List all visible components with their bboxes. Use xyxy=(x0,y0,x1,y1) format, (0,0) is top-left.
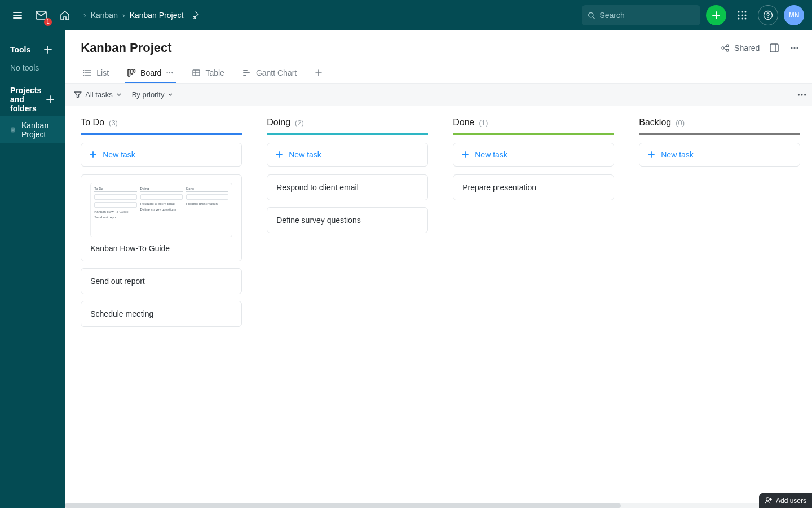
svg-point-34 xyxy=(766,498,769,501)
plus-icon xyxy=(647,151,655,159)
column-header-todo[interactable]: To Do (3) xyxy=(81,117,242,135)
search-input[interactable] xyxy=(599,11,695,20)
sidebar-item-kanban-project[interactable]: Kanban Project xyxy=(0,116,65,143)
column-header-done[interactable]: Done (1) xyxy=(453,117,614,135)
pin-icon xyxy=(191,11,199,19)
topbar: 1 › Kanban › Kanban Project M xyxy=(0,0,812,30)
chevron-right-icon: › xyxy=(122,11,125,20)
clipboard-icon xyxy=(10,125,16,134)
task-card[interactable]: To DoKanban How-To GuideSend out report … xyxy=(81,174,242,261)
new-task-label: New task xyxy=(661,150,694,159)
mini-title: Send out report xyxy=(94,216,136,219)
svg-point-16 xyxy=(726,49,729,51)
new-task-todo[interactable]: New task xyxy=(81,143,242,167)
filter-icon xyxy=(74,91,82,99)
column-header-doing[interactable]: Doing (2) xyxy=(267,117,428,135)
board-toolbar: All tasks By priority xyxy=(65,84,812,106)
search-icon xyxy=(588,11,595,20)
svg-rect-25 xyxy=(131,69,133,74)
task-card[interactable]: Respond to client email xyxy=(267,174,428,200)
svg-point-12 xyxy=(767,17,769,18)
page-header: Kanban Project Shared xyxy=(65,30,812,59)
column-header-backlog[interactable]: Backlog (0) xyxy=(639,117,800,135)
board-scroll[interactable]: To Do (3) New task To DoKanban How-To Gu… xyxy=(65,106,812,503)
column-title: Doing xyxy=(267,117,290,128)
breadcrumb-parent[interactable]: Kanban xyxy=(91,11,118,20)
mini-col-head: Done xyxy=(186,187,228,192)
task-card[interactable]: Schedule meeting xyxy=(81,301,242,327)
sort-tasks[interactable]: By priority xyxy=(132,90,174,99)
svg-rect-30 xyxy=(193,70,200,76)
svg-point-32 xyxy=(801,94,803,95)
plus-icon xyxy=(461,151,469,159)
apps-button[interactable] xyxy=(732,5,752,25)
sidebar-tools-title: Tools xyxy=(10,45,30,54)
task-card[interactable]: Prepare presentation xyxy=(453,174,614,200)
toolbar-more[interactable] xyxy=(797,90,807,100)
svg-point-27 xyxy=(167,72,168,73)
svg-point-6 xyxy=(742,15,743,16)
add-users-button[interactable]: Add users xyxy=(759,493,812,508)
horizontal-scrollbar[interactable] xyxy=(65,503,812,508)
help-icon xyxy=(763,10,773,20)
svg-point-28 xyxy=(169,72,170,73)
home-button[interactable] xyxy=(55,6,74,25)
svg-point-4 xyxy=(745,11,747,13)
new-task-backlog[interactable]: New task xyxy=(639,143,800,167)
scrollbar-thumb[interactable] xyxy=(65,503,621,508)
svg-point-2 xyxy=(738,11,740,13)
mini-col-head: To Do xyxy=(94,187,136,192)
global-add-button[interactable] xyxy=(706,5,726,25)
mini-col-head: Doing xyxy=(140,187,183,192)
panel-toggle-icon[interactable] xyxy=(769,42,780,54)
layout: Tools No tools Projects and folders Kanb… xyxy=(0,30,812,508)
mini-title: Define survey questions xyxy=(140,208,183,211)
table-icon xyxy=(192,68,201,77)
svg-point-19 xyxy=(794,47,796,49)
share-label: Shared xyxy=(734,43,760,52)
sidebar-tools-add[interactable] xyxy=(41,43,55,56)
breadcrumb-current[interactable]: Kanban Project xyxy=(130,11,184,20)
column-count: (2) xyxy=(295,119,304,127)
svg-point-5 xyxy=(738,15,740,16)
menu-button[interactable] xyxy=(8,6,27,25)
svg-point-15 xyxy=(726,45,729,47)
mini-card xyxy=(140,194,183,200)
list-icon xyxy=(83,68,92,77)
tab-add-view[interactable] xyxy=(312,63,325,83)
tab-table[interactable]: Table xyxy=(189,63,226,83)
avatar[interactable]: MN xyxy=(784,5,804,25)
tab-board[interactable]: Board xyxy=(125,63,176,83)
sidebar: Tools No tools Projects and folders Kanb… xyxy=(0,30,65,508)
mini-title: Respond to client email xyxy=(140,202,183,205)
plus-icon xyxy=(43,45,52,54)
pin-button[interactable] xyxy=(188,8,202,23)
tab-label: Board xyxy=(140,68,161,77)
apps-grid-icon xyxy=(737,10,747,20)
tab-list[interactable]: List xyxy=(81,63,111,83)
search-box[interactable] xyxy=(582,5,700,25)
inbox-button[interactable]: 1 xyxy=(32,6,51,25)
column-title: To Do xyxy=(81,117,104,128)
column-done: Done (1) New task Prepare presentation xyxy=(453,117,614,334)
sort-label: By priority xyxy=(132,90,165,99)
plus-icon xyxy=(315,69,323,77)
mini-card xyxy=(186,194,228,200)
share-icon xyxy=(721,43,730,52)
tab-board-more[interactable] xyxy=(166,69,174,77)
sidebar-projects-title: Projects and folders xyxy=(10,86,46,113)
new-task-done[interactable]: New task xyxy=(453,143,614,167)
share-button[interactable]: Shared xyxy=(721,43,760,52)
more-horizontal-icon[interactable] xyxy=(789,42,800,54)
tab-gantt[interactable]: Gantt Chart xyxy=(240,63,299,83)
task-title: Define survey questions xyxy=(276,216,360,225)
task-card[interactable]: Send out report xyxy=(81,268,242,294)
help-button[interactable] xyxy=(758,5,778,25)
add-users-label: Add users xyxy=(776,497,806,505)
sidebar-projects-add[interactable] xyxy=(46,93,55,106)
filter-tasks[interactable]: All tasks xyxy=(74,90,121,99)
inbox-count-badge: 1 xyxy=(44,18,52,26)
task-card[interactable]: Define survey questions xyxy=(267,207,428,233)
topbar-right: MN xyxy=(582,5,804,25)
new-task-doing[interactable]: New task xyxy=(267,143,428,167)
